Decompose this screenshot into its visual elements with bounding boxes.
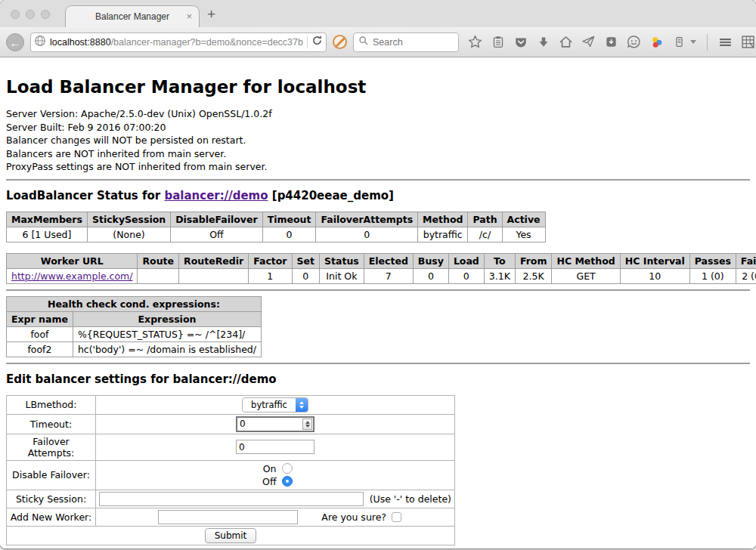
table-header-row: MaxMembers StickySession DisableFailover… <box>7 212 546 227</box>
cell-expression: %{REQUEST_STATUS} =~ /^[234]/ <box>73 326 261 341</box>
sticky-session-label: Sticky Session: <box>7 490 96 508</box>
cell-hc-method: GET <box>552 268 620 283</box>
url-text[interactable]: localhost:8880/balancer-manager?b=demo&n… <box>50 37 303 48</box>
chevron-down-icon[interactable] <box>690 40 696 44</box>
cell-from: 2.5K <box>515 268 552 283</box>
server-version-line: Server Version: Apache/2.5.0-dev (Unix) … <box>6 107 750 121</box>
form-row-submit: Submit <box>7 526 455 545</box>
column-header: Busy <box>413 253 448 268</box>
tab-title: Balancer Manager <box>95 11 169 22</box>
tab-close-icon[interactable]: × <box>186 11 192 22</box>
column-header: FailoverAttempts <box>316 212 418 227</box>
pocket-icon[interactable] <box>513 35 528 49</box>
cell-expression: hc('body') =~ /domain is established/ <box>73 341 261 357</box>
tab-balancer-manager[interactable]: Balancer Manager × <box>65 5 200 27</box>
worker-url-link[interactable]: http://www.example.com/ <box>11 270 132 282</box>
disable-failover-label: Disable Failover: <box>7 460 96 490</box>
disable-failover-off-radio[interactable] <box>282 476 293 487</box>
failover-attempts-input[interactable] <box>236 440 314 454</box>
toolbar-icons <box>468 34 755 51</box>
download-icon[interactable] <box>536 35 550 49</box>
grid-panel-icon[interactable] <box>741 35 755 49</box>
send-plane-icon[interactable] <box>581 35 596 49</box>
cell-disablefailover: Off <box>171 227 262 242</box>
table-header-row: Expr name Expression <box>7 311 262 326</box>
column-header: Load <box>448 253 484 268</box>
section-divider <box>6 363 750 364</box>
cell-path: /c/ <box>468 227 502 242</box>
column-header: Method <box>418 212 468 227</box>
timeout-input[interactable] <box>237 419 302 429</box>
disable-failover-on-radio[interactable] <box>282 463 293 474</box>
inherit-note-line: Balancers are NOT inherited from main se… <box>6 147 750 161</box>
lbmethod-selected-value: bytraffic <box>243 398 296 412</box>
number-spinner-icon[interactable] <box>302 419 312 430</box>
radio-on-label: On <box>259 462 277 475</box>
table-row: 6 [1 Used] (None) Off 0 0 bytraffic /c/ … <box>7 227 546 242</box>
block-extension-icon[interactable] <box>333 35 347 49</box>
home-icon[interactable] <box>559 35 573 49</box>
proxypass-note-line: ProxyPass settings are NOT inherited fro… <box>6 160 750 174</box>
table-header-row: Worker URL Route RouteRedir Factor Set S… <box>7 253 756 268</box>
balancer-demo-link[interactable]: balancer://demo <box>164 189 268 202</box>
cell-expr-name: foof <box>7 326 73 341</box>
submit-button[interactable]: Submit <box>205 528 257 543</box>
chat-smiley-icon[interactable] <box>627 35 641 49</box>
column-header: DisableFailover <box>171 212 262 227</box>
column-header: RouteRedir <box>179 253 249 268</box>
add-worker-label: Add New Worker: <box>7 508 96 526</box>
url-domain: localhost:8880 <box>50 37 111 48</box>
sticky-session-input[interactable] <box>99 492 364 506</box>
add-worker-input[interactable] <box>158 510 298 524</box>
health-check-table: Health check cond. expressions: Expr nam… <box>6 296 262 357</box>
form-row-timeout: Timeout: <box>7 414 455 434</box>
health-table-title: Health check cond. expressions: <box>7 296 262 311</box>
reading-list-icon[interactable] <box>491 35 505 49</box>
back-button[interactable]: ← <box>6 33 24 51</box>
cell-route <box>138 268 179 283</box>
url-bar[interactable]: localhost:8880/balancer-manager?b=demo&n… <box>30 32 327 52</box>
cell-set: 0 <box>292 268 319 283</box>
are-you-sure-checkbox[interactable] <box>392 512 401 522</box>
form-row-failover-attempts: Failover Attempts: <box>7 434 455 460</box>
cell-active: Yes <box>502 227 545 242</box>
minimize-window-button[interactable] <box>26 10 35 19</box>
lbmethod-select[interactable]: bytraffic <box>242 397 308 412</box>
page-title: Load Balancer Manager for localhost <box>6 77 750 97</box>
balancer-params-table: MaxMembers StickySession DisableFailover… <box>6 212 546 243</box>
reload-icon[interactable] <box>311 35 323 49</box>
cell-elected: 7 <box>364 268 413 283</box>
edit-balancer-form: LBmethod: bytraffic Timeout: <box>6 395 455 545</box>
cell-passes: 1 (0) <box>689 268 736 283</box>
cell-load: 0 <box>448 268 484 283</box>
new-tab-button[interactable]: + <box>207 6 215 23</box>
search-input[interactable] <box>373 37 448 48</box>
cell-fails: 2 (0) <box>736 268 756 283</box>
bookmark-star-icon[interactable] <box>468 35 482 49</box>
cell-stickysession: (None) <box>87 227 170 242</box>
status-heading-prefix: LoadBalancer Status for <box>6 189 160 202</box>
tab-bar: Balancer Manager × + <box>0 0 756 27</box>
menu-hamburger-icon[interactable] <box>718 35 733 49</box>
column-header: MaxMembers <box>7 212 88 227</box>
cell-to: 3.1K <box>484 268 515 283</box>
close-window-button[interactable] <box>11 10 20 19</box>
column-header: Status <box>320 253 364 268</box>
globe-icon <box>34 35 46 50</box>
search-bar[interactable] <box>353 32 459 52</box>
zoom-window-button[interactable] <box>41 10 50 19</box>
save-to-device-icon[interactable] <box>604 35 618 49</box>
column-header: To <box>484 253 515 268</box>
cell-failoverattempts: 0 <box>316 227 418 242</box>
server-built-line: Server Built: Feb 9 2016 07:00:20 <box>6 121 750 134</box>
column-header: Expr name <box>7 311 73 326</box>
failover-attempts-label: Failover Attempts: <box>7 434 96 460</box>
cell-method: bytraffic <box>418 227 468 242</box>
form-row-sticky-session: Sticky Session: (Use '-' to delete) <box>7 490 455 508</box>
worker-row: http://www.example.com/ 1 0 Init Ok 7 0 … <box>7 268 756 283</box>
column-header: Worker URL <box>7 253 138 268</box>
cell-maxmembers: 6 [1 Used] <box>7 227 88 242</box>
sidebar-panel-icon[interactable] <box>672 35 686 49</box>
urlbar-divider <box>307 36 308 48</box>
hello-palette-icon[interactable] <box>649 35 664 49</box>
